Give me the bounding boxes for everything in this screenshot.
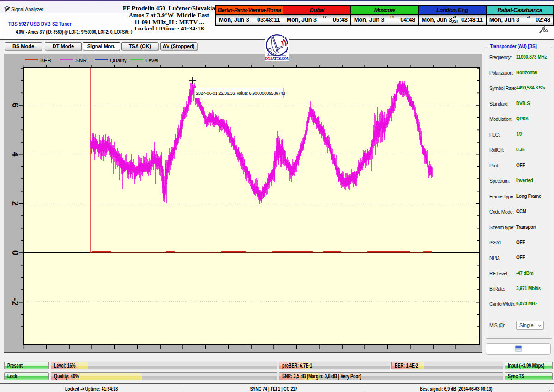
svg-text:0: 0 — [11, 250, 20, 255]
svg-text:4: 4 — [11, 152, 20, 157]
svg-text:SNR: SNR — [75, 57, 87, 64]
svg-text:DXSATCS.COM: DXSATCS.COM — [265, 57, 290, 61]
svg-text:BER: BER — [40, 57, 51, 64]
svg-text:2024-06-01 22.36.36, value: 6,: 2024-06-01 22.36.36, value: 6,9000000953… — [196, 90, 285, 95]
svg-text:Quality: Quality — [110, 57, 127, 64]
svg-text:Level: Level — [145, 57, 158, 64]
svg-text:2: 2 — [11, 201, 20, 206]
svg-text:-2: -2 — [11, 298, 20, 305]
svg-text:6: 6 — [11, 103, 20, 107]
